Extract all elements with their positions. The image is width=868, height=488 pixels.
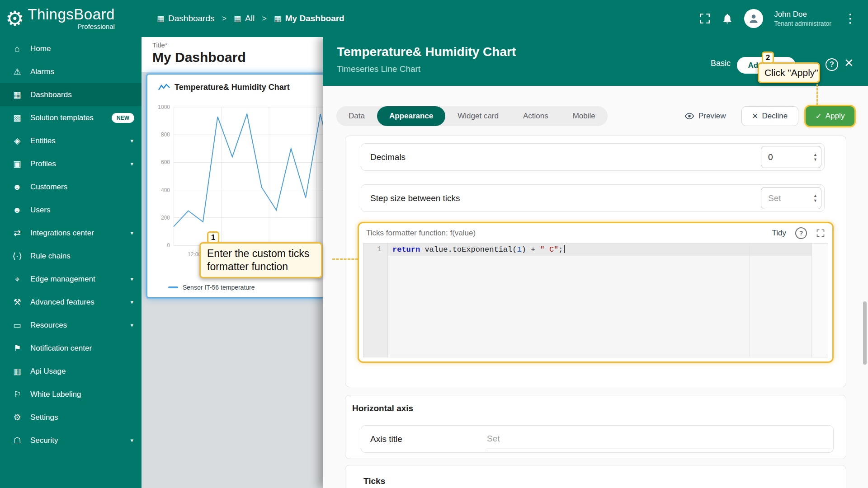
breadcrumb-label: My Dashboard [285, 14, 344, 23]
sidebar-item-advanced-features[interactable]: ⚒Advanced features▾ [0, 291, 142, 314]
dialog-subtitle: Timeseries Line Chart [337, 64, 420, 74]
stepper-up-icon[interactable]: ▲ [813, 153, 817, 156]
thingsboard-logo-icon: ⚙ [5, 8, 24, 29]
sidebar-item-label: Home [30, 44, 135, 53]
help-button[interactable]: ? [795, 227, 807, 239]
dashboards-icon: ▦ [10, 89, 24, 100]
number-stepper[interactable]: ▲ ▼ [810, 153, 817, 161]
sidebar-item-edge-management[interactable]: ⌖Edge management▾ [0, 267, 142, 291]
new-badge: NEW [112, 113, 134, 123]
svg-text:200: 200 [161, 215, 170, 221]
sidebar-item-integrations-center[interactable]: ⇄Integrations center▾ [0, 221, 142, 244]
stepper-down-icon[interactable]: ▼ [813, 199, 817, 202]
user-role: Tenant administrator [774, 19, 831, 28]
editor-scrollbar[interactable] [811, 244, 828, 357]
step-size-placeholder: Set [768, 193, 810, 203]
avatar[interactable] [744, 9, 763, 28]
axis-title-row: Axis title Set [361, 425, 834, 453]
sidebar-item-security[interactable]: ☖Security▾ [0, 429, 142, 452]
chevron-down-icon: ▾ [130, 160, 133, 167]
sidebar-item-label: Notification center [30, 344, 135, 353]
dialog-tabs: DataAppearanceWidget cardActionsMobile [336, 106, 608, 126]
sidebar-item-home[interactable]: ⌂Home [0, 37, 142, 60]
callout-1-number: 1 [207, 231, 219, 244]
sidebar-item-notification-center[interactable]: ⚑Notification center [0, 337, 142, 360]
sidebar-item-label: Edge management [30, 275, 130, 284]
chevron-down-icon: ▾ [130, 230, 133, 236]
api-usage-icon: ▥ [10, 366, 24, 376]
svg-text:1000: 1000 [158, 104, 170, 110]
decimals-row: Decimals 0 ▲ ▼ [361, 143, 825, 171]
help-button[interactable]: ? [826, 58, 838, 71]
apply-label: Apply [826, 112, 845, 121]
sidebar-item-resources[interactable]: ▭Resources▾ [0, 314, 142, 337]
tab-data[interactable]: Data [336, 106, 377, 126]
sidebar-item-profiles[interactable]: ▣Profiles▾ [0, 152, 142, 175]
step-size-input[interactable]: Set ▲ ▼ [761, 187, 821, 209]
callout-1-connector [332, 258, 358, 260]
stepper-up-icon[interactable]: ▲ [813, 194, 817, 197]
sidebar-item-users[interactable]: ☻Users [0, 198, 142, 221]
code-editor[interactable]: 1 return value.toExponential(1) + " C"; [363, 243, 828, 357]
chevron-down-icon: ▾ [130, 322, 133, 328]
sidebar-item-solution-templates[interactable]: ▩Solution templatesNEW [0, 106, 142, 129]
app-logo[interactable]: ⚙ ThingsBoard Professional [0, 7, 138, 30]
sidebar-item-dashboards[interactable]: ▦Dashboards [0, 83, 142, 106]
breadcrumb-separator: > [222, 14, 227, 23]
tab-widget-card[interactable]: Widget card [445, 106, 511, 126]
profiles-icon: ▣ [10, 159, 24, 169]
basic-mode-toggle[interactable]: Basic [711, 59, 731, 68]
tab-appearance[interactable]: Appearance [377, 106, 445, 126]
app-root: ⚙ ThingsBoard Professional ▦Dashboards>▦… [0, 0, 868, 488]
sidebar-item-entities[interactable]: ◈Entities▾ [0, 129, 142, 152]
sidebar-item-label: Api Usage [30, 367, 135, 376]
sidebar-item-alarms[interactable]: ⚠Alarms [0, 60, 142, 83]
users-icon: ☻ [10, 205, 24, 215]
chevron-down-icon: ▾ [130, 137, 133, 144]
sidebar-item-label: Settings [30, 413, 135, 422]
decimals-input[interactable]: 0 ▲ ▼ [761, 146, 821, 168]
fullscreen-icon [699, 13, 711, 24]
sidebar-item-label: White Labeling [30, 390, 135, 399]
kebab-menu-button[interactable]: ⋮ [842, 11, 858, 26]
legend-item[interactable]: Sensor IT-56 temperature [168, 284, 255, 291]
horizontal-axis-title: Horizontal axis [352, 404, 413, 413]
code-token: value.toExponential( [420, 245, 517, 254]
close-icon[interactable]: × [844, 54, 853, 71]
eye-icon [684, 111, 694, 121]
user-info: John Doe Tenant administrator [774, 9, 831, 28]
tab-mobile[interactable]: Mobile [561, 106, 608, 126]
breadcrumb-item[interactable]: ▦Dashboards [157, 14, 215, 23]
sidebar-item-white-labeling[interactable]: ⚐White Labeling [0, 383, 142, 406]
axis-title-input[interactable]: Set [487, 429, 830, 449]
number-stepper[interactable]: ▲ ▼ [810, 194, 817, 202]
sidebar-item-api-usage[interactable]: ▥Api Usage [0, 360, 142, 383]
fullscreen-button[interactable] [699, 13, 711, 24]
code-area[interactable]: return value.toExponential(1) + " C"; [388, 244, 828, 357]
tab-actions[interactable]: Actions [511, 106, 561, 126]
scrollbar-thumb[interactable] [863, 301, 867, 365]
sidebar-item-customers[interactable]: ☻Customers [0, 175, 142, 198]
sidebar-item-settings[interactable]: ⚙Settings [0, 406, 142, 429]
apply-button[interactable]: ✓ Apply [806, 106, 854, 126]
breadcrumb-item[interactable]: ▦All [234, 14, 255, 23]
formatter-label: Ticks formatter function: f(value) [366, 229, 476, 238]
sidebar-item-label: Solution templates [30, 113, 112, 122]
breadcrumb-item[interactable]: ▦My Dashboard [274, 14, 344, 23]
sidebar-item-rule-chains[interactable]: ⟨·⟩Rule chains [0, 244, 142, 267]
fullscreen-icon[interactable] [816, 229, 825, 238]
notifications-button[interactable] [722, 13, 733, 24]
tidy-button[interactable]: Tidy [772, 229, 787, 238]
code-line: return value.toExponential(1) + " C"; [388, 244, 828, 256]
settings-icon: ⚙ [10, 412, 24, 422]
callout-2-connector [816, 84, 818, 105]
preview-button[interactable]: Preview [684, 106, 726, 126]
sidebar-item-label: Users [30, 206, 135, 215]
sidebar-item-label: Entities [30, 136, 130, 145]
decline-button[interactable]: × Decline [741, 106, 798, 126]
rule-chains-icon: ⟨·⟩ [10, 251, 24, 261]
line-chart-icon [158, 84, 170, 92]
security-icon: ☖ [10, 435, 24, 446]
stepper-down-icon[interactable]: ▼ [813, 158, 817, 161]
breadcrumb: ▦Dashboards>▦All>▦My Dashboard [157, 14, 344, 23]
